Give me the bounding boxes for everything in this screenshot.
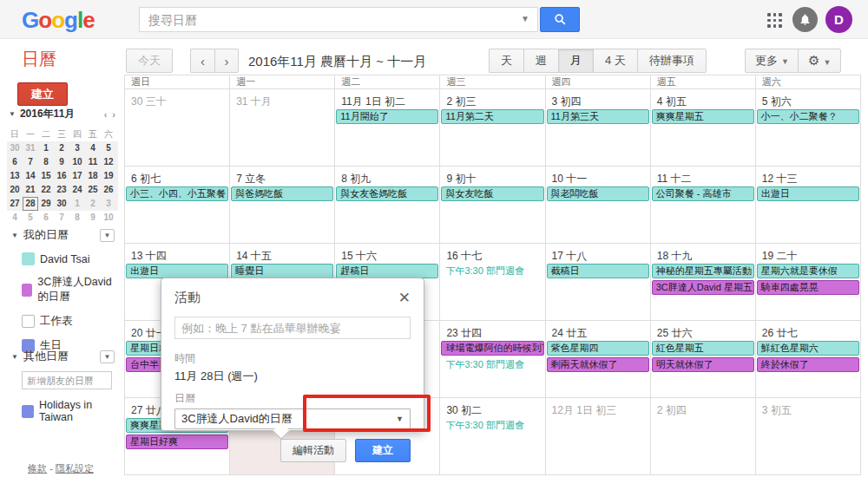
day-cell[interactable]: 16 十七下午3:30 部門週會 bbox=[440, 244, 545, 321]
settings-button[interactable]: ⚙▼ bbox=[798, 49, 841, 73]
day-cell[interactable]: 2 初四 bbox=[651, 398, 756, 475]
prev-button[interactable]: ‹ bbox=[190, 49, 214, 73]
event-chip[interactable]: 與老闆吃飯 bbox=[547, 186, 649, 201]
mini-day[interactable]: 8 bbox=[38, 155, 54, 169]
event-chip[interactable]: 明天就休假了 bbox=[652, 357, 754, 372]
mini-day[interactable]: 23 bbox=[54, 183, 69, 197]
day-cell[interactable]: 31 十月 bbox=[230, 89, 335, 167]
mini-day[interactable]: 19 bbox=[101, 169, 116, 183]
mini-day[interactable]: 7 bbox=[23, 155, 38, 169]
mini-day[interactable]: 6 bbox=[38, 211, 54, 225]
mini-day[interactable]: 1 bbox=[38, 141, 54, 155]
create-button[interactable]: 建立 bbox=[17, 82, 68, 106]
day-cell[interactable]: 7 立冬與爸媽吃飯 bbox=[230, 167, 335, 244]
event-chip[interactable]: 與女友吃飯 bbox=[441, 186, 543, 201]
mini-day[interactable]: 14 bbox=[23, 169, 38, 183]
mini-day[interactable]: 24 bbox=[69, 183, 85, 197]
day-cell[interactable]: 19 二十星期六就是要休假騎車四處晃晃 bbox=[756, 244, 861, 321]
avatar[interactable]: D bbox=[825, 6, 852, 33]
day-cell[interactable]: 30 三十 bbox=[125, 89, 230, 167]
event-chip[interactable]: 神秘的星期五專屬活動 bbox=[652, 264, 754, 278]
create-event-button[interactable]: 建立 bbox=[355, 439, 411, 462]
mini-day[interactable]: 27 bbox=[7, 197, 23, 211]
event-chip[interactable]: 3C胖達人David 星期五走 bbox=[652, 280, 754, 295]
mini-day[interactable]: 18 bbox=[85, 169, 101, 183]
mini-day[interactable]: 10 bbox=[101, 211, 116, 225]
terms-link[interactable]: 條款 bbox=[28, 463, 47, 474]
event-chip[interactable]: 紫色星期四 bbox=[547, 341, 649, 356]
calendar-list-item[interactable]: 工作表 bbox=[22, 314, 122, 329]
mini-day[interactable]: 20 bbox=[7, 183, 23, 197]
mini-day[interactable]: 13 bbox=[7, 169, 23, 183]
event-chip[interactable]: 下午3:30 部門週會 bbox=[441, 418, 543, 433]
event-chip[interactable]: 11月第二天 bbox=[441, 109, 543, 124]
more-button[interactable]: 更多▼ bbox=[745, 49, 799, 73]
event-chip[interactable]: 騎車四處晃晃 bbox=[757, 280, 859, 295]
event-chip[interactable]: 睡覺日 bbox=[231, 264, 333, 278]
calendar-list-item[interactable]: 3C胖達人David的日曆 bbox=[22, 275, 122, 304]
day-cell[interactable]: 25 廿六紅色星期五明天就休假了 bbox=[651, 321, 756, 398]
day-cell[interactable]: 12月 1日 初三 bbox=[546, 398, 651, 475]
mini-day[interactable]: 2 bbox=[54, 141, 69, 155]
mini-day[interactable]: 30 bbox=[54, 197, 69, 211]
day-cell[interactable]: 3 初四11月第三天 bbox=[546, 89, 651, 167]
event-chip[interactable]: 小三、小四、小五聚餐？ bbox=[126, 186, 228, 201]
mini-day[interactable]: 28 bbox=[23, 197, 38, 211]
day-cell[interactable]: 12 十三出遊日 bbox=[756, 167, 861, 244]
day-cell[interactable]: 24 廿五紫色星期四剩兩天就休假了 bbox=[546, 321, 651, 398]
event-chip[interactable]: 剩兩天就休假了 bbox=[547, 357, 649, 372]
search-button[interactable] bbox=[540, 7, 580, 32]
close-icon[interactable]: ✕ bbox=[398, 292, 411, 304]
mini-day[interactable]: 1 bbox=[69, 197, 85, 211]
collapse-triangle-icon[interactable]: ▼ bbox=[11, 353, 18, 361]
mini-day[interactable]: 6 bbox=[7, 155, 23, 169]
collapse-triangle-icon[interactable]: ▼ bbox=[11, 232, 18, 239]
event-title-input[interactable] bbox=[174, 317, 411, 339]
event-chip[interactable]: 星期六就是要休假 bbox=[757, 264, 859, 278]
calendar-select[interactable]: 3C胖達人David的日曆 ▼ bbox=[174, 408, 411, 429]
event-chip[interactable]: 鮮紅色星期六 bbox=[757, 341, 859, 356]
next-button[interactable]: › bbox=[214, 49, 239, 73]
view-button-1[interactable]: 週 bbox=[523, 49, 558, 73]
edit-event-button[interactable]: 編輯活動 bbox=[280, 439, 346, 462]
collapse-triangle-icon[interactable]: ▼ bbox=[9, 110, 16, 118]
event-chip[interactable]: 出遊日 bbox=[126, 264, 228, 278]
calendar-list-item[interactable]: David Tsai bbox=[22, 252, 122, 265]
event-chip[interactable]: 11月開始了 bbox=[336, 109, 438, 124]
mini-day[interactable]: 12 bbox=[101, 155, 116, 169]
mini-day[interactable]: 25 bbox=[85, 183, 101, 197]
event-chip[interactable]: 與爸媽吃飯 bbox=[231, 186, 333, 201]
mini-day[interactable]: 30 bbox=[7, 141, 23, 155]
mini-day[interactable]: 16 bbox=[54, 169, 69, 183]
day-cell[interactable]: 11月 1日 初二11月開始了 bbox=[335, 89, 440, 167]
calendar-list-item[interactable]: Holidays in Taiwan bbox=[22, 399, 122, 423]
mini-next-icon[interactable]: › bbox=[109, 109, 118, 120]
add-friend-calendar-input[interactable] bbox=[22, 371, 112, 389]
event-chip[interactable]: 截稿日 bbox=[547, 264, 649, 278]
mini-prev-icon[interactable]: ‹ bbox=[102, 109, 110, 120]
event-chip[interactable]: 小一、小二聚餐？ bbox=[757, 109, 859, 124]
view-button-4[interactable]: 待辦事項 bbox=[637, 49, 707, 73]
mini-day[interactable]: 29 bbox=[38, 197, 54, 211]
mini-day[interactable]: 21 bbox=[23, 183, 38, 197]
day-cell[interactable]: 3 初五 bbox=[756, 398, 861, 475]
privacy-link[interactable]: 隱私設定 bbox=[56, 463, 94, 474]
day-cell[interactable]: 18 十九神秘的星期五專屬活動3C胖達人David 星期五走 bbox=[651, 244, 756, 321]
mini-day[interactable]: 4 bbox=[85, 141, 101, 155]
day-cell[interactable]: 8 初九與女友爸媽吃飯 bbox=[335, 167, 440, 244]
mini-day[interactable]: 17 bbox=[69, 169, 85, 183]
day-cell[interactable]: 2 初三11月第二天 bbox=[440, 89, 545, 167]
day-cell[interactable]: 30 初二下午3:30 部門週會 bbox=[440, 398, 545, 475]
mini-day[interactable]: 3 bbox=[69, 141, 85, 155]
day-cell[interactable]: 5 初六小一、小二聚餐？ bbox=[756, 89, 861, 167]
day-cell[interactable]: 6 初七小三、小四、小五聚餐？ bbox=[125, 167, 230, 244]
my-calendars-menu-icon[interactable]: ▼ bbox=[100, 229, 115, 242]
view-button-0[interactable]: 天 bbox=[489, 49, 523, 73]
mini-day[interactable]: 9 bbox=[85, 211, 101, 225]
event-chip[interactable]: 爽爽星期五 bbox=[652, 109, 754, 124]
view-button-2[interactable]: 月 bbox=[558, 49, 593, 73]
day-cell[interactable]: 23 廿四球場電爆阿伯的時候到了下午3:30 部門週會 bbox=[440, 321, 545, 398]
view-button-3[interactable]: 4 天 bbox=[593, 49, 637, 73]
mini-day[interactable]: 5 bbox=[23, 211, 38, 225]
mini-day[interactable]: 2 bbox=[85, 197, 101, 211]
